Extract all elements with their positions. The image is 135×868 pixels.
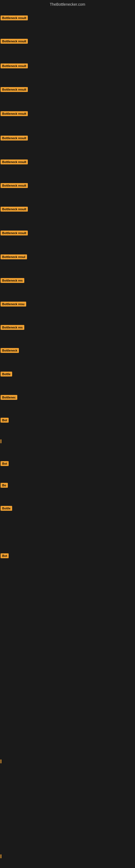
bottleneck-badge-1[interactable]: Bottleneck result — [1, 16, 28, 20]
bottleneck-badge-12[interactable]: Bottleneck res — [1, 278, 24, 283]
bottleneck-badge-2[interactable]: Bottleneck result — [1, 39, 28, 44]
bottleneck-badge-7[interactable]: Bottleneck result — [1, 159, 28, 164]
bottleneck-badge-13[interactable]: Bottleneck resu — [1, 302, 26, 307]
bottleneck-badge-22[interactable]: Bottle — [1, 506, 12, 511]
badge-container-22: Bottle — [1, 506, 12, 512]
bottleneck-badge-15[interactable]: Bottleneck — [1, 348, 19, 353]
bottleneck-badge-10[interactable]: Bottleneck result — [1, 230, 28, 236]
tick-mark-bottom — [1, 855, 1, 858]
badge-container-15: Bottleneck — [1, 348, 19, 354]
tick-mark-19 — [1, 439, 1, 443]
badge-container-6: Bottleneck result — [1, 135, 28, 142]
bottleneck-badge-24[interactable]: Bot — [1, 553, 9, 558]
badge-container-12: Bottleneck res — [1, 278, 24, 284]
badge-container-3: Bottleneck result — [1, 63, 28, 69]
badge-container-2: Bottleneck result — [1, 39, 28, 45]
badge-container-8: Bottleneck result — [1, 183, 28, 189]
badge-container-18: Bot — [1, 418, 9, 424]
site-title-container: TheBottlenecker.com — [0, 0, 135, 8]
bottleneck-badge-9[interactable]: Bottleneck result — [1, 207, 28, 212]
bottleneck-badge-18[interactable]: Bot — [1, 418, 9, 423]
bottleneck-badge-11[interactable]: Bottleneck resul — [1, 254, 27, 259]
bottleneck-badge-20[interactable]: Bot — [1, 461, 9, 466]
badge-container-1: Bottleneck result — [1, 16, 28, 22]
bottleneck-badge-4[interactable]: Bottleneck result — [1, 87, 28, 92]
bottleneck-badge-8[interactable]: Bottleneck result — [1, 183, 28, 188]
badge-container-17: Bottlenec — [1, 395, 17, 401]
badge-container-13: Bottleneck resu — [1, 302, 26, 308]
bottleneck-badge-3[interactable]: Bottleneck result — [1, 63, 28, 68]
bottleneck-badge-14[interactable]: Bottleneck res — [1, 325, 24, 330]
badge-container-14: Bottleneck res — [1, 325, 24, 331]
badge-container-5: Bottleneck result — [1, 111, 28, 117]
badge-container-7: Bottleneck result — [1, 159, 28, 165]
bottleneck-badge-6[interactable]: Bottleneck result — [1, 135, 28, 141]
badge-container-21: Bo — [1, 483, 8, 489]
badge-container-11: Bottleneck resul — [1, 254, 27, 260]
badge-container-16: Bottle — [1, 372, 12, 378]
badge-container-9: Bottleneck result — [1, 207, 28, 213]
tick-mark-25 — [1, 760, 1, 763]
site-title: TheBottlenecker.com — [0, 0, 135, 8]
bottleneck-badge-16[interactable]: Bottle — [1, 372, 12, 376]
badge-container-4: Bottleneck result — [1, 87, 28, 93]
bottleneck-badge-17[interactable]: Bottlenec — [1, 395, 17, 400]
bottleneck-badge-21[interactable]: Bo — [1, 483, 8, 488]
bottleneck-badge-5[interactable]: Bottleneck result — [1, 111, 28, 116]
badge-container-10: Bottleneck result — [1, 230, 28, 237]
badge-container-24: Bot — [1, 553, 9, 559]
badge-container-20: Bot — [1, 461, 9, 467]
